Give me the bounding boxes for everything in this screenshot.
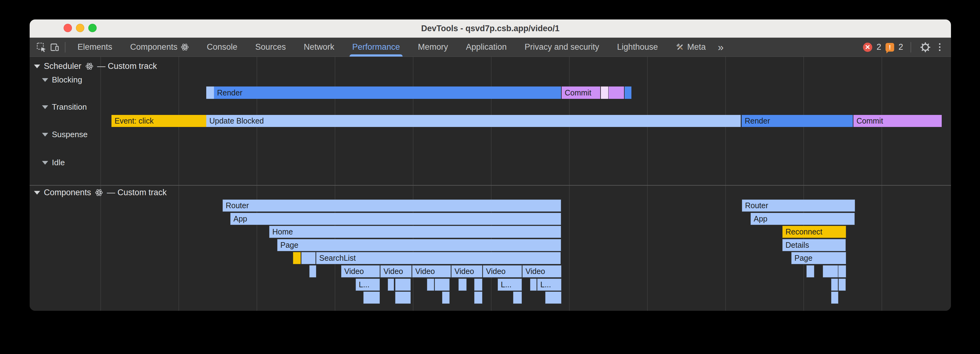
tab-lighthouse[interactable]: Lighthouse xyxy=(608,38,667,57)
settings-gear-icon[interactable] xyxy=(918,42,932,53)
track-header-components[interactable]: Components— Custom track xyxy=(34,188,167,198)
flame-bar[interactable] xyxy=(293,252,301,264)
flame-bar-video[interactable]: Video xyxy=(380,265,412,277)
flame-bar[interactable] xyxy=(530,279,537,291)
lane-label-suspense[interactable]: Suspense xyxy=(42,130,88,139)
flame-bar[interactable] xyxy=(427,279,434,291)
tab-label: Memory xyxy=(418,42,448,52)
flame-bar[interactable] xyxy=(442,292,450,304)
flame-bar[interactable] xyxy=(435,279,450,291)
flame-bar-details[interactable]: Details xyxy=(783,239,846,251)
flame-bar-video[interactable]: Video xyxy=(452,265,482,277)
timeline-gridline xyxy=(178,57,179,311)
collapse-triangle-icon[interactable] xyxy=(34,191,40,195)
tab-label: Sources xyxy=(255,42,286,52)
collapse-triangle-icon[interactable] xyxy=(34,65,40,68)
flame-bar-video[interactable]: Video xyxy=(522,265,561,277)
flame-bar-reconnect[interactable]: Reconnect xyxy=(783,226,846,238)
more-tabs-icon[interactable]: » xyxy=(715,38,727,57)
flame-bar[interactable] xyxy=(458,279,466,291)
flame-bar[interactable] xyxy=(474,292,482,304)
tab-network[interactable]: Network xyxy=(295,38,343,57)
error-icon[interactable]: ✕ xyxy=(863,43,872,52)
tab-meta[interactable]: Meta xyxy=(667,38,715,57)
tab-performance[interactable]: Performance xyxy=(343,38,409,57)
flame-bar-searchlist[interactable]: SearchList xyxy=(316,252,561,264)
flame-bar[interactable] xyxy=(513,292,522,304)
flame-bar[interactable] xyxy=(363,292,380,304)
lane-label-transition[interactable]: Transition xyxy=(42,102,87,112)
tab-application[interactable]: Application xyxy=(457,38,515,57)
inspect-element-icon[interactable] xyxy=(35,38,48,57)
flame-bar-l-[interactable]: L... xyxy=(356,279,380,291)
tab-privacy-and-security[interactable]: Privacy and security xyxy=(515,38,608,57)
flame-bar[interactable] xyxy=(831,292,838,304)
flame-bar-page[interactable]: Page xyxy=(277,239,561,251)
flame-bar[interactable] xyxy=(395,292,410,304)
flame-bar-update-blocked[interactable]: Update Blocked xyxy=(206,115,741,127)
flame-bar[interactable] xyxy=(609,86,624,99)
atom-icon xyxy=(95,188,103,197)
flame-bar[interactable] xyxy=(601,86,608,99)
flame-bar[interactable] xyxy=(838,279,846,291)
flame-bar-router[interactable]: Router xyxy=(223,199,561,212)
flame-bar-event-click[interactable]: Event: click xyxy=(111,115,206,127)
collapse-triangle-icon[interactable] xyxy=(42,161,48,165)
flame-bar-render[interactable]: Render xyxy=(214,86,561,99)
tab-label: Lighthouse xyxy=(617,42,658,52)
tab-label: Components xyxy=(130,42,178,52)
flame-bar-page[interactable]: Page xyxy=(791,252,846,264)
collapse-triangle-icon[interactable] xyxy=(42,78,48,82)
tab-elements[interactable]: Elements xyxy=(68,38,121,57)
timeline-gridline xyxy=(100,57,101,311)
lane-name: Transition xyxy=(52,102,87,112)
flame-bar-video[interactable]: Video xyxy=(483,265,522,277)
warning-icon[interactable]: ! xyxy=(886,43,894,52)
flame-bar-video[interactable]: Video xyxy=(412,265,451,277)
performance-flamechart: Scheduler— Custom trackBlockingTransitio… xyxy=(30,57,951,311)
flame-bar-l-[interactable]: L... xyxy=(537,279,561,291)
flame-bar[interactable] xyxy=(206,86,214,99)
devtools-toolbar: ElementsComponentsConsoleSourcesNetworkP… xyxy=(30,38,951,57)
flame-bar-app[interactable]: App xyxy=(751,213,854,225)
flame-bar[interactable] xyxy=(831,279,838,291)
track-header-scheduler[interactable]: Scheduler— Custom track xyxy=(34,61,157,71)
atom-icon xyxy=(181,43,189,51)
device-toolbar-icon[interactable] xyxy=(48,38,62,57)
flame-bar-l-[interactable]: L... xyxy=(498,279,522,291)
flame-bar-app[interactable]: App xyxy=(230,213,561,225)
flame-bar[interactable] xyxy=(807,265,814,277)
warning-count[interactable]: 2 xyxy=(899,42,903,52)
flame-bar-video[interactable]: Video xyxy=(341,265,380,277)
tab-console[interactable]: Console xyxy=(198,38,247,57)
lane-label-blocking[interactable]: Blocking xyxy=(42,75,82,85)
flame-bar[interactable] xyxy=(301,252,315,264)
error-count[interactable]: 2 xyxy=(877,42,881,52)
flame-bar[interactable] xyxy=(388,279,394,291)
tab-memory[interactable]: Memory xyxy=(409,38,457,57)
flame-bar[interactable] xyxy=(625,86,632,99)
selected-tab-underline xyxy=(350,54,403,57)
flame-bar[interactable] xyxy=(838,265,846,277)
lane-label-idle[interactable]: Idle xyxy=(42,158,65,167)
customize-menu-icon[interactable] xyxy=(937,43,943,51)
flame-bar-commit[interactable]: Commit xyxy=(562,86,600,99)
tab-label: Application xyxy=(466,42,507,52)
toolbar-right: ✕ 2 ! 2 xyxy=(863,38,951,57)
flame-bar-home[interactable]: Home xyxy=(269,226,561,238)
timeline-gridline xyxy=(803,57,804,311)
flame-bar-commit[interactable]: Commit xyxy=(853,115,942,127)
toolbar-divider xyxy=(65,42,65,53)
flame-bar[interactable] xyxy=(309,265,316,277)
tab-label: Elements xyxy=(78,42,112,52)
flame-bar[interactable] xyxy=(395,279,410,291)
collapse-triangle-icon[interactable] xyxy=(42,105,48,109)
flame-bar[interactable] xyxy=(474,279,482,291)
flame-bar-render[interactable]: Render xyxy=(741,115,853,127)
tab-components[interactable]: Components xyxy=(121,38,198,57)
tab-sources[interactable]: Sources xyxy=(247,38,295,57)
flame-bar[interactable] xyxy=(545,292,561,304)
flame-bar-router[interactable]: Router xyxy=(742,199,855,212)
flame-bar[interactable] xyxy=(823,265,838,277)
collapse-triangle-icon[interactable] xyxy=(42,133,48,137)
